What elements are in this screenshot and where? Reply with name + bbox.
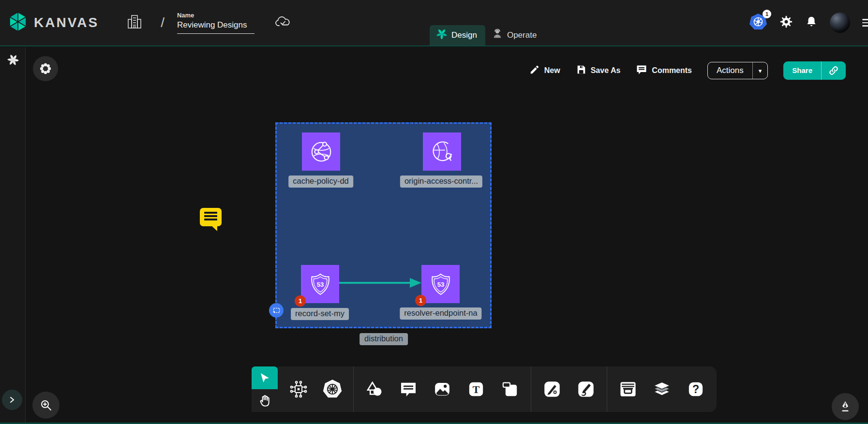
top-header: KANVAS / Name Reviewing Designs xyxy=(0,0,868,46)
settings-gear-icon[interactable] xyxy=(779,15,793,30)
tab-design-label: Design xyxy=(451,30,477,40)
tab-operate[interactable]: Operate xyxy=(485,25,545,45)
design-spiral-icon xyxy=(436,29,447,42)
node-label[interactable]: origin-access-contr... xyxy=(400,175,482,188)
kanvas-app: KANVAS / Name Reviewing Designs xyxy=(0,0,868,424)
copy-link-button[interactable] xyxy=(821,61,846,80)
user-avatar[interactable] xyxy=(830,13,850,33)
selected-group-distribution[interactable]: cache-policy-dd origin-access-contr... 5… xyxy=(275,122,492,328)
pen-path-tool[interactable] xyxy=(541,378,563,400)
sticky-note-tool[interactable] xyxy=(499,378,521,400)
node-record-set-icon[interactable]: 53 xyxy=(301,265,339,303)
operate-person-icon xyxy=(492,29,503,42)
new-button[interactable]: New xyxy=(529,64,560,77)
node-label[interactable]: cache-policy-dd xyxy=(288,175,353,188)
kanvas-logo-icon[interactable] xyxy=(7,11,29,35)
canvas-action-bar: New Save As Comments xyxy=(529,61,846,80)
pencil-icon xyxy=(529,64,540,77)
save-floppy-icon xyxy=(576,64,586,77)
tab-design[interactable]: Design xyxy=(430,25,485,45)
design-name-field: Name Reviewing Designs xyxy=(177,12,254,34)
svg-text:?: ? xyxy=(692,383,699,395)
pencil-sketch-tool[interactable] xyxy=(575,378,597,400)
pointer-tools xyxy=(252,366,278,412)
shapes-tool[interactable] xyxy=(363,378,386,400)
dock-section-manage: ? xyxy=(607,366,717,412)
svg-text:53: 53 xyxy=(437,281,444,288)
edge-record-to-resolver[interactable] xyxy=(337,276,424,290)
save-as-label: Save As xyxy=(591,66,621,75)
error-count-badge[interactable]: 1 xyxy=(295,295,306,307)
header-right: 1 xyxy=(749,0,868,45)
image-tool[interactable] xyxy=(431,378,453,400)
cursor-tool-selected[interactable] xyxy=(252,366,278,389)
expand-sidebar-button[interactable] xyxy=(2,390,22,410)
group-label-distribution[interactable]: distribution xyxy=(359,333,408,345)
left-rail xyxy=(0,47,26,423)
comments-label: Comments xyxy=(652,66,692,75)
kubernetes-count-badge: 1 xyxy=(763,10,771,18)
spiral-icon[interactable] xyxy=(7,54,19,68)
logo-text: KANVAS xyxy=(34,15,99,30)
canvas-comment-pin[interactable] xyxy=(200,208,222,226)
new-label: New xyxy=(544,66,560,75)
error-count-badge[interactable]: 1 xyxy=(415,295,426,306)
comments-button[interactable]: Comments xyxy=(636,64,692,77)
group-select-handle[interactable] xyxy=(269,303,284,318)
share-split-button: Share xyxy=(783,61,846,80)
dock-section-content: T xyxy=(353,366,531,412)
comment-tool[interactable] xyxy=(397,378,419,400)
node-origin-access-icon[interactable] xyxy=(423,132,461,171)
node-label[interactable]: record-set-my xyxy=(291,308,349,320)
drawer-tool[interactable] xyxy=(617,378,639,400)
pen-nib-button[interactable] xyxy=(832,393,859,420)
svg-text:T: T xyxy=(473,384,480,395)
organization-icon[interactable] xyxy=(127,14,142,32)
comment-tail xyxy=(211,225,217,231)
comments-bubble-icon xyxy=(636,64,647,77)
circuit-mesh-tool[interactable] xyxy=(287,378,310,400)
comment-lines xyxy=(204,212,217,220)
layers-tool[interactable] xyxy=(651,378,673,400)
kubernetes-context-button[interactable]: 1 xyxy=(749,13,767,33)
mode-tabs: Design Operate xyxy=(430,25,545,45)
node-resolver-endpoint-icon[interactable]: 53 xyxy=(421,265,460,303)
actions-button[interactable]: Actions xyxy=(708,62,752,79)
node-cache-policy-icon[interactable] xyxy=(302,132,340,171)
breadcrumb-separator: / xyxy=(161,15,165,30)
dock-bar: T xyxy=(278,366,717,412)
actions-split-button: Actions ▾ xyxy=(707,62,768,79)
flower-menu-button[interactable] xyxy=(33,56,58,81)
dock-section-draw xyxy=(531,366,607,412)
dock-section-infra xyxy=(278,366,353,412)
cloud-saved-icon xyxy=(275,15,291,30)
node-label[interactable]: resolver-endpoint-na xyxy=(400,307,481,320)
zoom-in-button[interactable] xyxy=(32,392,60,419)
tab-operate-label: Operate xyxy=(507,30,537,40)
hand-pan-tool[interactable] xyxy=(252,389,278,412)
header-left: KANVAS / Name Reviewing Designs xyxy=(7,0,291,45)
help-tool[interactable]: ? xyxy=(685,378,707,400)
share-button[interactable]: Share xyxy=(783,61,821,80)
bottom-tool-dock: T xyxy=(252,366,717,412)
name-field-label: Name xyxy=(177,12,254,19)
text-tool[interactable]: T xyxy=(465,378,487,400)
hamburger-menu-icon[interactable] xyxy=(862,19,868,27)
kubernetes-tool[interactable] xyxy=(321,378,344,400)
svg-text:53: 53 xyxy=(316,281,324,288)
actions-dropdown-caret[interactable]: ▾ xyxy=(752,62,768,79)
save-as-button[interactable]: Save As xyxy=(576,64,621,77)
notifications-bell-icon[interactable] xyxy=(805,15,818,30)
design-name-input[interactable]: Reviewing Designs xyxy=(177,20,254,34)
